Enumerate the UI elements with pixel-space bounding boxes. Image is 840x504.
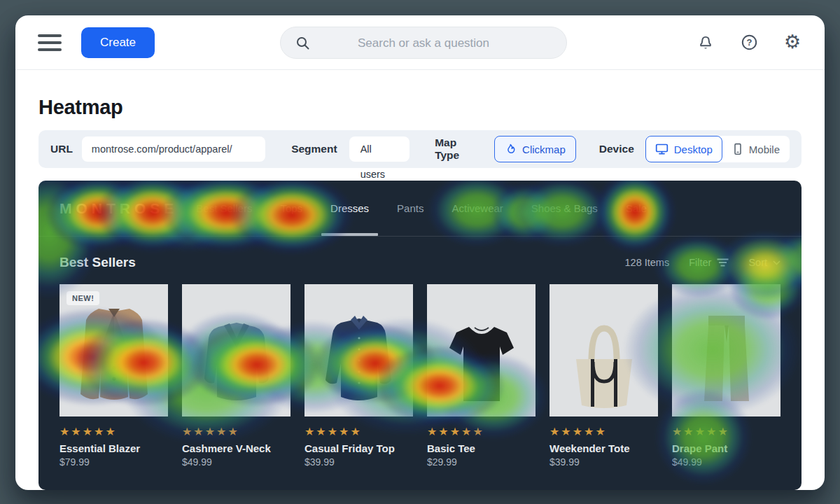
button-shirt-illustration <box>306 302 412 416</box>
product-price: $49.99 <box>182 456 290 468</box>
flame-icon <box>505 144 517 155</box>
product-price: $39.99 <box>550 456 658 468</box>
product-image <box>304 284 413 416</box>
url-label: URL <box>50 143 73 155</box>
device-desktop-button[interactable]: Desktop <box>645 136 722 162</box>
nav-item-shoes-bags[interactable]: Shoes & Bags <box>531 181 598 236</box>
product-image <box>427 284 536 416</box>
star-rating: ★★★★★ <box>672 425 780 438</box>
star-rating: ★★★★★ <box>427 425 536 438</box>
product-price: $29.99 <box>427 456 536 468</box>
nav-item-pants[interactable]: Pants <box>397 181 424 236</box>
product-image: NEW! <box>59 284 168 416</box>
map-type-clickmap-button[interactable]: Clickmap <box>494 136 576 162</box>
nav-item-dresses[interactable]: Dresses <box>330 181 369 236</box>
mobile-phone-icon <box>732 143 743 155</box>
product-image <box>550 284 658 416</box>
product-name: Cashmere V-Neck <box>182 442 290 454</box>
device-mobile-button[interactable]: Mobile <box>722 136 790 162</box>
filter-lines-icon <box>717 258 729 267</box>
app-window: Create Search or ask a question ? <box>15 15 825 490</box>
product-card-basic-tee[interactable]: ★★★★★ Basic Tee $29.99 <box>427 284 536 468</box>
site-nav-links: Best SellersTopsDressesPantsActivewearSh… <box>196 181 647 236</box>
product-name: Casual Friday Top <box>304 442 413 454</box>
new-badge: NEW! <box>66 291 99 305</box>
product-image <box>672 284 780 416</box>
vneck-sweater-illustration <box>183 304 290 416</box>
product-image <box>182 284 290 416</box>
tote-bag-illustration <box>551 304 657 416</box>
product-name: Weekender Tote <box>550 442 658 454</box>
map-type-label: Map Type <box>435 136 483 162</box>
sort-label: Sort <box>748 257 767 268</box>
desktop-monitor-icon <box>655 143 668 155</box>
star-rating: ★★★★★ <box>59 425 168 438</box>
star-rating: ★★★★★ <box>550 425 658 438</box>
star-rating: ★★★★★ <box>304 425 413 438</box>
product-price: $79.99 <box>59 456 168 468</box>
device-toggle-group: Desktop Mobile <box>645 136 790 162</box>
product-name: Basic Tee <box>427 442 536 454</box>
pants-illustration <box>673 299 780 416</box>
product-card-drape-pant[interactable]: ★★★★★ Drape Pant $49.99 <box>672 284 780 468</box>
svg-text:?: ? <box>746 37 752 48</box>
search-placeholder: Search or ask a question <box>281 27 566 59</box>
product-grid: NEW! ★★★★★ Essential Blazer $79.99 <box>59 284 780 468</box>
chevron-down-icon <box>773 260 780 265</box>
site-logo[interactable]: MONTROSE <box>59 200 178 217</box>
product-card-casual-friday-top[interactable]: ★★★★★ Casual Friday Top $39.99 <box>304 284 413 468</box>
page-title: Heatmap <box>38 96 802 119</box>
hamburger-menu-icon[interactable] <box>38 34 62 51</box>
heatmap-preview-panel: MONTROSE Best SellersTopsDressesPantsAct… <box>38 181 802 490</box>
filter-label: Filter <box>689 257 711 268</box>
product-card-cashmere-vneck[interactable]: ★★★★★ Cashmere V-Neck $49.99 <box>182 284 290 468</box>
tshirt-illustration <box>428 312 535 416</box>
product-name: Essential Blazer <box>59 442 168 454</box>
settings-gear-icon[interactable]: ⚙ <box>783 33 802 52</box>
site-navbar: MONTROSE Best SellersTopsDressesPantsAct… <box>38 181 802 237</box>
items-count: 128 Items <box>625 257 670 268</box>
desktop-label: Desktop <box>674 144 713 155</box>
product-price: $49.99 <box>672 456 780 468</box>
url-input[interactable]: montrose.com/product/apparel/ <box>82 136 265 162</box>
product-card-essential-blazer[interactable]: NEW! ★★★★★ Essential Blazer $79.99 <box>59 284 168 468</box>
product-name: Drape Pant <box>672 442 780 454</box>
star-rating: ★★★★★ <box>182 425 290 438</box>
segment-label: Segment <box>291 143 337 155</box>
nav-item-best-sellers[interactable]: Best Sellers <box>196 181 252 236</box>
notifications-bell-icon[interactable] <box>696 33 715 52</box>
search-input[interactable]: Search or ask a question <box>280 27 567 59</box>
create-button[interactable]: Create <box>81 27 155 58</box>
heatmap-filter-bar: URL montrose.com/product/apparel/ Segmen… <box>38 130 802 168</box>
blazer-illustration <box>61 296 167 416</box>
section-header: Best Sellers 128 Items Filter Sort <box>59 255 780 270</box>
nav-item-tops[interactable]: Tops <box>280 181 302 236</box>
nav-item-sale[interactable]: Sale <box>626 181 647 236</box>
filter-button[interactable]: Filter <box>689 257 729 268</box>
help-icon[interactable]: ? <box>739 33 759 52</box>
topbar: Create Search or ask a question ? <box>15 15 825 70</box>
product-price: $39.99 <box>304 456 413 468</box>
section-title: Best Sellers <box>59 255 136 270</box>
product-card-weekender-tote[interactable]: ★★★★★ Weekender Tote $39.99 <box>550 284 658 468</box>
nav-item-activewear[interactable]: Activewear <box>451 181 503 236</box>
device-label: Device <box>599 143 634 155</box>
clickmap-label: Clickmap <box>522 144 566 155</box>
mobile-label: Mobile <box>749 144 780 155</box>
sort-button[interactable]: Sort <box>748 257 780 268</box>
segment-select[interactable]: All users <box>349 136 410 162</box>
